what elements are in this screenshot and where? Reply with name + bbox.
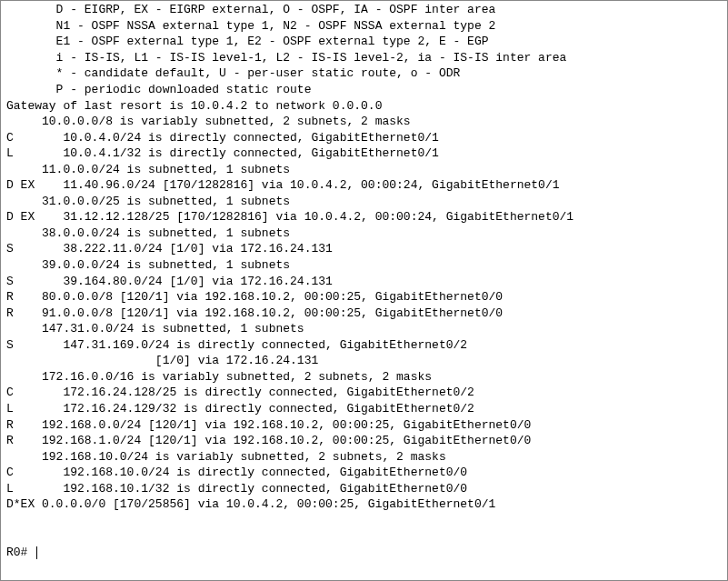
output-line: D EX 31.12.12.128/25 [170/1282816] via 1… bbox=[6, 209, 722, 225]
output-line: L 10.0.4.1/32 is directly connected, Gig… bbox=[6, 145, 722, 162]
output-line: S 39.164.80.0/24 [1/0] via 172.16.24.131 bbox=[6, 274, 722, 290]
output-line: 147.31.0.0/24 is subnetted, 1 subnets bbox=[6, 321, 722, 337]
output-line: i - IS-IS, L1 - IS-IS level-1, L2 - IS-I… bbox=[6, 50, 722, 66]
output-line: R 192.168.1.0/24 [120/1] via 192.168.10.… bbox=[6, 433, 722, 449]
output-line: D EX 11.40.96.0/24 [170/1282816] via 10.… bbox=[6, 177, 722, 194]
output-line: 39.0.0.0/24 is subnetted, 1 subnets bbox=[6, 257, 722, 274]
terminal-output[interactable]: R0>R0>enR0#show ip routeCodes: L - local… bbox=[1, 1, 727, 580]
output-line: 31.0.0.0/25 is subnetted, 1 subnets bbox=[6, 194, 722, 210]
output-line: N1 - OSPF NSSA external type 1, N2 - OSP… bbox=[6, 18, 722, 35]
output-line: L 172.16.24.129/32 is directly connected… bbox=[6, 401, 722, 417]
output-line: D - EIGRP, EX - EIGRP external, O - OSPF… bbox=[6, 2, 722, 18]
output-lines: R0>R0>enR0#show ip routeCodes: L - local… bbox=[6, 1, 722, 513]
output-line: C 192.168.10.0/24 is directly connected,… bbox=[6, 465, 722, 481]
output-line: C 10.0.4.0/24 is directly connected, Gig… bbox=[6, 130, 722, 146]
output-line: 10.0.0.0/8 is variably subnetted, 2 subn… bbox=[6, 114, 722, 130]
output-line: R 192.168.0.0/24 [120/1] via 192.168.10.… bbox=[6, 417, 722, 434]
output-line: S 38.222.11.0/24 [1/0] via 172.16.24.131 bbox=[6, 241, 722, 257]
output-line: E1 - OSPF external type 1, E2 - OSPF ext… bbox=[6, 34, 722, 50]
output-line: S 147.31.169.0/24 is directly connected,… bbox=[6, 337, 722, 354]
output-line: 172.16.0.0/16 is variably subnetted, 2 s… bbox=[6, 369, 722, 386]
output-line: D*EX 0.0.0.0/0 [170/25856] via 10.0.4.2,… bbox=[6, 496, 722, 513]
cursor bbox=[36, 546, 37, 559]
output-line: P - periodic downloaded static route bbox=[6, 82, 722, 98]
output-line: L 192.168.10.1/32 is directly connected,… bbox=[6, 481, 722, 497]
output-line: * - candidate default, U - per-user stat… bbox=[6, 65, 722, 82]
output-line: [1/0] via 172.16.24.131 bbox=[6, 353, 722, 369]
output-line: R 80.0.0.0/8 [120/1] via 192.168.10.2, 0… bbox=[6, 289, 722, 306]
output-line: 192.168.10.0/24 is variably subnetted, 2… bbox=[6, 449, 722, 466]
prompt-text: R0# bbox=[6, 545, 35, 561]
prompt-line[interactable]: R0# bbox=[6, 545, 722, 561]
output-line: Gateway of last resort is 10.0.4.2 to ne… bbox=[6, 98, 722, 115]
output-line: C 172.16.24.128/25 is directly connected… bbox=[6, 385, 722, 401]
output-line: R 91.0.0.0/8 [120/1] via 192.168.10.2, 0… bbox=[6, 306, 722, 322]
output-line: 38.0.0.0/24 is subnetted, 1 subnets bbox=[6, 225, 722, 242]
output-line: 11.0.0.0/24 is subnetted, 1 subnets bbox=[6, 162, 722, 178]
